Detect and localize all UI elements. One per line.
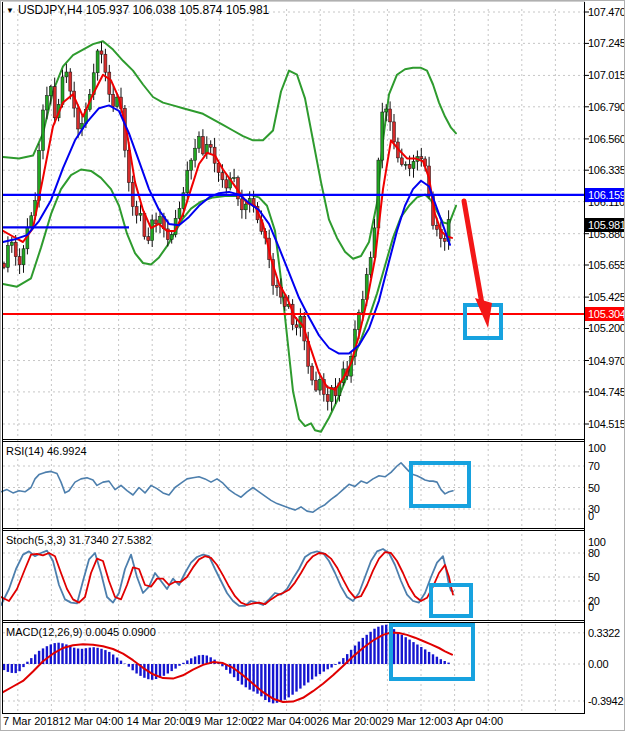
time-axis-label: 3 Apr 04:00 <box>447 715 503 727</box>
candle-up <box>6 245 9 267</box>
candle-down <box>77 108 80 129</box>
support-price-badge: 105.304 <box>585 307 625 321</box>
macd-label: MACD(12,26,9) 0.0045 0.0900 <box>6 626 156 638</box>
candle-down <box>435 225 438 229</box>
candle-down <box>221 173 224 180</box>
candle-up <box>178 209 181 219</box>
candle-down <box>240 199 243 210</box>
macd-tick-label: 0.3322 <box>588 627 620 639</box>
candle-up <box>318 379 321 390</box>
analysis-rect-rsi[interactable] <box>411 463 469 506</box>
candle-down <box>69 72 72 91</box>
chart-title-text: USDJPY,H4 105.937 106.038 105.874 105.98… <box>18 3 269 17</box>
analysis-arrow-head[interactable] <box>475 298 492 328</box>
candle-down <box>276 285 279 287</box>
price-tick-label: 107.245 <box>588 37 625 49</box>
stoch-tick-label: 0 <box>588 601 594 613</box>
candle-down <box>420 157 423 159</box>
resistance-price-badge: 106.159 <box>585 188 625 202</box>
candle-up <box>385 109 388 112</box>
rsi-label: RSI(14) 46.9924 <box>6 445 87 457</box>
candle-up <box>139 213 142 215</box>
price-tick-label: 104.970 <box>588 355 625 367</box>
candle-up <box>22 249 25 265</box>
time-axis-label: 22 Mar 04:00 <box>252 715 317 727</box>
candle-down <box>315 380 318 390</box>
candle-down <box>155 220 158 224</box>
candle-down <box>147 237 150 241</box>
candle-down <box>295 325 298 328</box>
macd-tick-label: -0.3942 <box>588 695 623 707</box>
symbol-dropdown-icon[interactable]: ▼ <box>6 5 14 17</box>
candle-down <box>201 137 204 154</box>
candle-up <box>151 220 154 241</box>
price-tick-label: 105.425 <box>588 291 625 303</box>
candle-down <box>18 257 21 265</box>
time-axis-label: 12 Mar 04:00 <box>59 715 124 727</box>
candle-up <box>159 217 162 224</box>
candle-up <box>170 235 173 240</box>
candle-up <box>190 160 193 170</box>
price-tick-label: 105.200 <box>588 322 625 334</box>
rsi-tick-label: 0 <box>588 510 594 522</box>
candle-up <box>61 77 64 105</box>
price-tick-label: 104.515 <box>588 418 625 430</box>
stoch-tick-label: 50 <box>588 571 600 583</box>
time-axis-label: 7 Mar 2018 <box>3 715 59 727</box>
chart-window: ▼USDJPY,H4 105.937 106.038 105.874 105.9… <box>0 0 625 731</box>
candle-down <box>389 109 392 122</box>
candle-up <box>96 51 99 73</box>
candle-up <box>42 110 45 151</box>
candle-up <box>198 137 201 149</box>
rsi-tick-label: 100 <box>588 442 605 454</box>
candle-down <box>283 297 286 307</box>
candle-down <box>209 144 212 147</box>
price-tick-label: 105.655 <box>588 259 625 271</box>
candle-down <box>326 394 329 401</box>
candle-up <box>186 171 189 193</box>
time-axis-label: 19 Mar 12:00 <box>189 715 254 727</box>
candle-up <box>65 72 68 77</box>
candle-up <box>30 216 33 228</box>
price-tick-label: 107.015 <box>588 69 625 81</box>
candle-down <box>100 51 103 54</box>
candle-up <box>412 161 415 168</box>
chart-title: ▼USDJPY,H4 105.937 106.038 105.874 105.9… <box>6 4 269 17</box>
candle-up <box>244 204 247 210</box>
price-tick-label: 104.745 <box>588 386 625 398</box>
price-tick-label: 107.470 <box>588 6 625 18</box>
candle-down <box>311 366 314 380</box>
price-tick-label: 106.790 <box>588 101 625 113</box>
stoch-label: Stoch(5,3,3) 31.7340 27.5382 <box>6 534 152 546</box>
candle-down <box>135 207 138 216</box>
candle-down <box>393 122 396 142</box>
candle-up <box>10 242 13 245</box>
candle-down <box>108 72 111 94</box>
candle-down <box>14 242 17 257</box>
time-axis-label: 29 Mar 12:00 <box>382 715 447 727</box>
price-tick-label: 106.560 <box>588 133 625 145</box>
candle-down <box>53 87 56 118</box>
current-price-badge: 105.981 <box>585 218 625 232</box>
candle-up <box>381 112 384 160</box>
rsi-tick-label: 70 <box>588 460 600 472</box>
candle-down <box>112 94 115 106</box>
candle-down <box>225 180 228 188</box>
candle-up <box>233 178 236 179</box>
candle-down <box>104 54 107 72</box>
macd-tick-label: 0.00 <box>588 658 608 670</box>
candle-up <box>404 164 407 165</box>
candle-up <box>49 87 52 96</box>
candle-down <box>443 239 446 242</box>
candle-up <box>194 148 197 160</box>
rsi-tick-label: 50 <box>588 482 600 494</box>
analysis-arrow-shaft <box>464 201 482 304</box>
stoch-tick-label: 80 <box>588 547 600 559</box>
candle-down <box>408 164 411 168</box>
time-axis-label: 14 Mar 20:00 <box>127 715 192 727</box>
stoch-d-line <box>1 552 453 605</box>
time-axis-label: 26 Mar 20:00 <box>317 715 382 727</box>
candle-up <box>45 96 48 110</box>
chart-canvas[interactable] <box>1 1 625 731</box>
price-tick-label: 106.335 <box>588 164 625 176</box>
